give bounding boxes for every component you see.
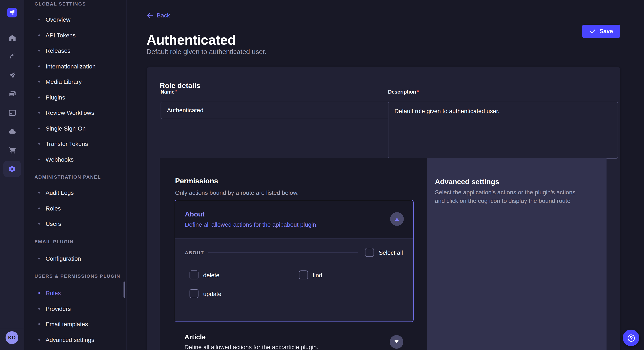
icon-sidebar: KD bbox=[0, 0, 25, 350]
subnav-item-up-roles[interactable]: Roles bbox=[24, 285, 126, 301]
description-textarea[interactable]: Default role given to authenticated user… bbox=[388, 101, 618, 159]
subnav-section-global-settings: GLOBAL SETTINGS bbox=[34, 1, 126, 6]
subnav-section-administration-panel: ADMINISTRATION PANEL bbox=[34, 174, 126, 179]
bullet-icon bbox=[38, 143, 40, 145]
expand-button[interactable] bbox=[390, 335, 403, 349]
subnav-item-admin-roles[interactable]: Roles bbox=[24, 200, 126, 216]
bullet-icon bbox=[38, 207, 40, 209]
user-avatar[interactable]: KD bbox=[6, 331, 18, 344]
select-all-checkbox[interactable] bbox=[365, 248, 374, 257]
content-type-builder-icon[interactable] bbox=[0, 47, 24, 66]
bullet-icon bbox=[38, 324, 40, 325]
role-details-card: Role details Name* Description* Default … bbox=[147, 67, 620, 350]
subnav-item-audit-logs[interactable]: Audit Logs bbox=[24, 185, 126, 200]
permissions-heading: Permissions bbox=[175, 177, 218, 185]
strapi-logo-icon bbox=[7, 8, 17, 17]
question-mark-icon bbox=[626, 333, 636, 343]
required-asterisk: * bbox=[417, 89, 419, 95]
subnav-item-review-workflows[interactable]: Review Workflows bbox=[24, 105, 126, 121]
content-manager-icon[interactable] bbox=[0, 103, 24, 122]
subnav-section-users-permissions-plugin: USERS & PERMISSIONS PLUGIN bbox=[34, 273, 126, 279]
subnav-item-internationalization[interactable]: Internationalization bbox=[24, 58, 126, 74]
subnav-item-overview[interactable]: Overview bbox=[24, 12, 126, 27]
update-checkbox[interactable] bbox=[190, 289, 198, 298]
icon-sidebar-nav bbox=[0, 28, 24, 178]
bullet-icon bbox=[38, 97, 40, 98]
accordion-article-description: Define all allowed actions for the api::… bbox=[184, 344, 390, 350]
subnav-list-users-permissions: Roles Providers Email templates Advanced… bbox=[24, 285, 126, 348]
page-subtitle: Default role given to authenticated user… bbox=[146, 48, 267, 56]
select-all-label: Select all bbox=[379, 249, 403, 256]
bullet-icon bbox=[38, 258, 40, 259]
accordion-about-title: About bbox=[185, 210, 390, 218]
bullet-icon bbox=[38, 223, 40, 225]
subnav-item-providers[interactable]: Providers bbox=[24, 301, 126, 316]
sidebar-divider-bottom bbox=[0, 328, 24, 328]
subnav-item-single-sign-on[interactable]: Single Sign-On bbox=[24, 121, 126, 136]
accordion-article-header[interactable]: Article Define all allowed actions for t… bbox=[175, 332, 413, 350]
select-all-row: ABOUT Select all bbox=[185, 248, 403, 257]
find-checkbox[interactable] bbox=[299, 270, 308, 279]
subnav-item-api-tokens[interactable]: API Tokens bbox=[24, 27, 126, 43]
cloud-icon[interactable] bbox=[0, 122, 24, 141]
subnav-list-admin: Audit Logs Roles Users bbox=[24, 185, 126, 232]
subnav-list-email: Configuration bbox=[24, 251, 126, 266]
deploy-icon[interactable] bbox=[0, 66, 24, 85]
accordion-about-header[interactable]: About Define all allowed actions for the… bbox=[175, 200, 413, 238]
strapi-admin-app: KD GLOBAL SETTINGS Overview API Tokens R… bbox=[0, 0, 644, 350]
divider-line bbox=[208, 252, 358, 253]
subnav-item-users[interactable]: Users bbox=[24, 216, 126, 232]
advanced-settings-heading: Advanced settings bbox=[435, 177, 499, 186]
settings-subnav: GLOBAL SETTINGS Overview API Tokens Rele… bbox=[24, 0, 127, 350]
subnav-section-email-plugin: EMAIL PLUGIN bbox=[34, 239, 126, 244]
subnav-item-configuration[interactable]: Configuration bbox=[24, 251, 126, 266]
advanced-settings-description: Select the application's actions or the … bbox=[435, 188, 586, 205]
strapi-logo[interactable] bbox=[7, 8, 17, 17]
subnav-item-transfer-tokens[interactable]: Transfer Tokens bbox=[24, 136, 126, 152]
about-section-label: ABOUT bbox=[185, 250, 204, 255]
permissions-subtitle: Only actions bound by a route are listed… bbox=[175, 189, 299, 196]
home-icon[interactable] bbox=[0, 28, 24, 47]
settings-icon[interactable] bbox=[0, 160, 24, 178]
bullet-icon bbox=[38, 34, 40, 36]
bullet-icon bbox=[38, 81, 40, 83]
description-label: Description* bbox=[388, 89, 419, 95]
name-input[interactable] bbox=[160, 101, 395, 119]
subnav-item-releases[interactable]: Releases bbox=[24, 43, 126, 58]
save-button[interactable]: Save bbox=[582, 25, 620, 38]
help-button[interactable] bbox=[623, 330, 639, 346]
chevron-up-icon bbox=[395, 217, 399, 220]
accordion-about: About Define all allowed actions for the… bbox=[175, 200, 414, 322]
advanced-settings-panel: Advanced settings Select the application… bbox=[427, 158, 606, 350]
bullet-icon bbox=[38, 112, 40, 114]
permission-delete[interactable]: delete bbox=[190, 271, 219, 279]
bullet-icon bbox=[38, 159, 40, 160]
main-content: Back Authenticated Default role given to… bbox=[127, 0, 644, 350]
subnav-item-media-library[interactable]: Media Library bbox=[24, 74, 126, 90]
bullet-icon bbox=[38, 19, 40, 21]
subnav-item-advanced-settings[interactable]: Advanced settings bbox=[24, 332, 126, 348]
subnav-item-webhooks[interactable]: Webhooks bbox=[24, 152, 126, 167]
bullet-icon bbox=[38, 308, 40, 310]
collapse-button[interactable] bbox=[390, 212, 404, 226]
bullet-icon bbox=[38, 292, 40, 294]
chevron-down-icon bbox=[394, 340, 399, 343]
subnav-list-global: Overview API Tokens Releases Internation… bbox=[24, 12, 126, 167]
subnav-item-email-templates[interactable]: Email templates bbox=[24, 316, 126, 332]
media-library-icon[interactable] bbox=[0, 85, 24, 103]
arrow-left-icon bbox=[146, 12, 153, 19]
back-link[interactable]: Back bbox=[146, 12, 170, 19]
bullet-icon bbox=[38, 128, 40, 129]
subnav-item-plugins[interactable]: Plugins bbox=[24, 90, 126, 105]
bullet-icon bbox=[38, 65, 40, 67]
permission-find[interactable]: find bbox=[299, 271, 322, 279]
permissions-panel: Permissions Only actions bound by a rout… bbox=[160, 158, 427, 350]
subnav-scrollbar[interactable] bbox=[124, 282, 125, 298]
name-label: Name* bbox=[160, 89, 178, 95]
marketplace-icon[interactable] bbox=[0, 141, 24, 160]
delete-checkbox[interactable] bbox=[190, 270, 198, 279]
accordion-about-body: ABOUT Select all delete find bbox=[175, 238, 413, 321]
page-title: Authenticated bbox=[146, 32, 236, 48]
permission-update[interactable]: update bbox=[190, 289, 222, 298]
sidebar-divider-top bbox=[0, 24, 24, 24]
